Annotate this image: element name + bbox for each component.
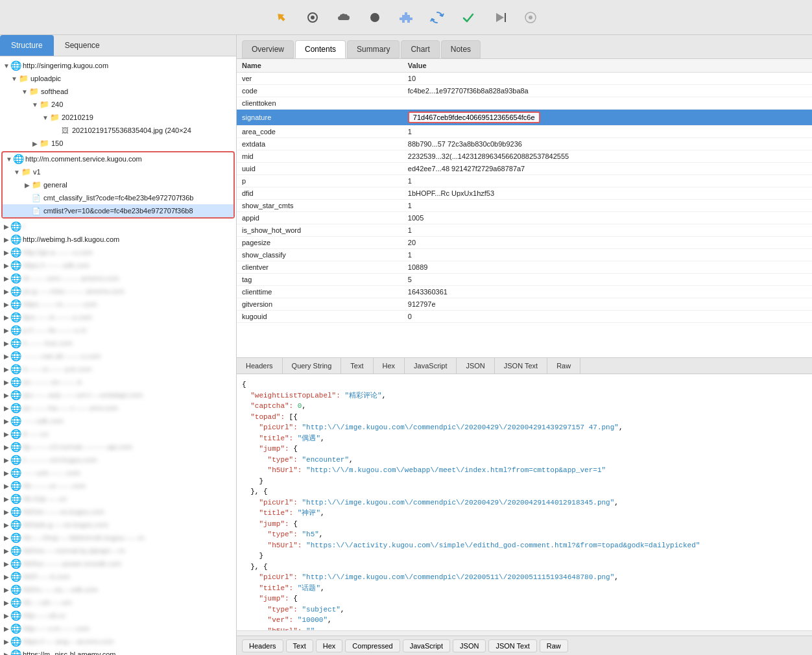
table-row[interactable]: appid1005	[237, 212, 812, 224]
tree-item-blurred-35[interactable]: ▶ 🌐 htt//sin-------ss.kugou.com	[0, 505, 236, 518]
tab-chart[interactable]: Chart	[401, 40, 439, 58]
tab-hex[interactable]: Hex	[374, 358, 405, 374]
tree-item-blurred-29[interactable]: ▶ 🌐 tt------co	[0, 427, 236, 440]
tab-text[interactable]: Text	[341, 358, 373, 374]
table-row[interactable]: codefc4be2...1e972707f36b8a828a93ba8a	[237, 85, 812, 97]
status-tab-headers[interactable]: Headers	[242, 639, 283, 652]
table-row[interactable]: tag5	[237, 274, 812, 286]
tree-item-blurred-21[interactable]: ▶ 🌐 p://-------liv--------s.m	[0, 324, 236, 337]
tree-item-blurred-27[interactable]: ▶ 🌐 ps:-------ha------r------.emv.com	[0, 401, 236, 414]
table-row[interactable]: pagesize20	[237, 237, 812, 249]
tree-item-blurred-42[interactable]: ▶ 🌐 htt----cdr-----om	[0, 596, 236, 609]
table-row[interactable]: is_show_hot_word1	[237, 224, 812, 237]
tree-item-v1[interactable]: ▼ 📁 v1	[3, 165, 233, 178]
tree-item-general[interactable]: ▶ 📁 general	[3, 178, 233, 191]
table-row[interactable]: clienttime1643360361	[237, 286, 812, 298]
tree-item-cmtlist[interactable]: 📄 cmtlist?ver=10&code=fc4be23b4e972707f3…	[3, 204, 233, 217]
table-row[interactable]: mid2232539...32(...142312896345662088253…	[237, 150, 812, 163]
status-tab-javascript[interactable]: JavaScript	[403, 639, 450, 652]
tree-item-blurred-18[interactable]: ▶ 🌐 ps:g------misc--------.amemv.com	[0, 285, 236, 298]
table-row[interactable]: extdata88b790...57 72c3a8b830c0b9b9236	[237, 138, 812, 150]
tree-item-blurred-41[interactable]: ▶ 🌐 htt//m------ss----sdk.com	[0, 583, 236, 596]
table-row[interactable]: uuided42ee7...48 921427f2729a68787a7	[237, 163, 812, 175]
table-row[interactable]: area_code1	[237, 126, 812, 138]
table-row[interactable]: show_star_cmts1	[237, 200, 812, 212]
table-row[interactable]: gitversion912797e	[237, 298, 812, 311]
settings-icon[interactable]	[523, 10, 538, 25]
tree-item-blurred-23[interactable]: ▶ 🌐 --------nan.ali--------s.com	[0, 350, 236, 363]
tree-item-blurred-22[interactable]: ▶ 🌐 h.-------hun.com	[0, 337, 236, 350]
tree-item-blurred-39[interactable]: ▶ 🌐 htt//luc--------power.snssdk.com	[0, 557, 236, 570]
tab-raw[interactable]: Raw	[547, 358, 580, 374]
tree-item-blurred-37[interactable]: ▶ 🌐 htt-----//exp-----blekmrcdn.kugou---…	[0, 531, 236, 544]
table-row[interactable]: p1	[237, 175, 812, 187]
table-row[interactable]: dfid1bHOPF...Rc UpxUx1hzf53	[237, 187, 812, 200]
table-row[interactable]: clienttoken	[237, 97, 812, 110]
tree-item-blurred-16[interactable]: ▶ 🌐 https://--------sdk.com	[0, 259, 236, 272]
tree-item-blurred-20[interactable]: ▶ 🌐 ttps:------k-------.o.com	[0, 311, 236, 324]
tree-item-150[interactable]: ▶ 📁 150	[0, 137, 236, 150]
tree-item-blurred-44[interactable]: ▶ 🌐 http------v.m------.com	[0, 622, 236, 635]
tree-item-r[interactable]: ▶ 🌐 r	[0, 220, 236, 233]
table-row[interactable]: clientver10889	[237, 261, 812, 274]
tree-item-20210219[interactable]: ▼ 📁 20210219	[0, 111, 236, 124]
status-tab-hex[interactable]: Hex	[316, 639, 343, 652]
tab-json-text[interactable]: JSON Text	[495, 358, 547, 374]
table-row[interactable]: signature71d467ceb9fdec40669512365654fc6…	[237, 110, 812, 126]
tree-item-blurred-31[interactable]: ▶ 🌐 t-----------ect.kugou.com	[0, 453, 236, 466]
tab-sequence[interactable]: Sequence	[54, 35, 111, 56]
target-icon[interactable]	[398, 10, 414, 25]
tree-item-webimg[interactable]: ▶ 🌐 http://webimg.h-sdl.kugou.com	[0, 233, 236, 246]
tree-item-blurred-33[interactable]: ▶ 🌐 htt--------ur------.com	[0, 479, 236, 492]
play-icon[interactable]	[492, 10, 507, 25]
tree-item-singerimg[interactable]: ▼ 🌐 http://singerimg.kugou.com	[0, 59, 236, 72]
tree-item-blurred-25[interactable]: ▶ 🌐 ps---------sn--------k	[0, 375, 236, 388]
tree-item-blurred-19[interactable]: ▶ 🌐 https:-------m.--------com	[0, 298, 236, 311]
table-row[interactable]: kugouid0	[237, 311, 812, 323]
tree-item-blurred-34[interactable]: ▶ 🌐 htt-//ziji-----.co	[0, 492, 236, 505]
tree-item-blurred-28[interactable]: ▶ 🌐 ------sdk.com	[0, 414, 236, 427]
tab-query-string[interactable]: Query String	[283, 358, 342, 374]
status-tab-json[interactable]: JSON	[453, 639, 486, 652]
tree-item-jpg[interactable]: 🖼 20210219175536835404.jpg (240×24	[0, 124, 236, 137]
table-row[interactable]: ver10	[237, 73, 812, 85]
tree-item-nisc-hl[interactable]: ▶ 🌐 https://m--nisc-hl.amemv.com	[0, 648, 236, 655]
tree-item-blurred-45[interactable]: ▶ 🌐 https://-----ang----at.emv.com	[0, 635, 236, 648]
status-tab-json-text[interactable]: JSON Text	[488, 639, 536, 652]
tree-item-uploadpic[interactable]: ▼ 📁 uploadpic	[0, 72, 236, 85]
tree-item-blurred-17[interactable]: ▶ 🌐 ht--------orm--------.amemv.com	[0, 272, 236, 285]
tree-item-blurred-40[interactable]: ▶ 🌐 htt//f------k.com	[0, 570, 236, 583]
tab-headers[interactable]: Headers	[237, 358, 283, 374]
json-area[interactable]: { "weightListTopLabel": "精彩评论", "captcha…	[237, 374, 812, 630]
circle-icon[interactable]	[305, 10, 320, 25]
tree-item-softhead[interactable]: ▼ 📁 softhead	[0, 85, 236, 98]
table-row[interactable]: show_classify1	[237, 249, 812, 261]
tree-item-mcomment[interactable]: ▼ 🌐 http://m.comment.service.kugou.com	[3, 152, 233, 165]
tree-item-blurred-36[interactable]: ▶ 🌐 htt//ads.g-----ce.kugou.com	[0, 518, 236, 531]
tab-contents[interactable]: Contents	[295, 40, 346, 58]
tree-item-240[interactable]: ▼ 📁 240	[0, 98, 236, 111]
status-tab-compressed[interactable]: Compressed	[345, 639, 400, 652]
tab-notes[interactable]: Notes	[441, 40, 481, 58]
tab-json[interactable]: JSON	[457, 358, 494, 374]
tree-item-cmt-classify[interactable]: 📄 cmt_classify_list?code=fc4be23b4e97270…	[3, 191, 233, 204]
tree-item-blurred-38[interactable]: ▶ 🌐 htt//ms-----normal-lq.zijieapi----m	[0, 544, 236, 557]
tree-item-blurred-30[interactable]: ▶ 🌐 ttp--------c3-normal-----------api.c…	[0, 440, 236, 453]
cloud-icon[interactable]	[336, 10, 352, 25]
tree-item-blurred-26[interactable]: ▶ 🌐 tps-------anji-------um-l----ombdapi…	[0, 388, 236, 401]
scrollbar-area[interactable]	[237, 630, 812, 636]
status-tab-raw[interactable]: Raw	[540, 639, 568, 652]
arrow-icon[interactable]	[274, 10, 289, 25]
dot-icon[interactable]	[367, 10, 383, 25]
tree-item-blurred-15[interactable]: ▶ 🌐 http://ge.a--------u.com	[0, 246, 236, 259]
tree-item-blurred-24[interactable]: ▶ 🌐 h-------ic-------yce.com	[0, 363, 236, 375]
tree-item-blurred-43[interactable]: ▶ 🌐 http------ob.cc	[0, 609, 236, 622]
tab-overview[interactable]: Overview	[242, 40, 294, 58]
check-icon[interactable]	[460, 10, 476, 25]
tree-item-blurred-32[interactable]: ▶ 🌐 ------uck-------.com	[0, 466, 236, 479]
tab-javascript[interactable]: JavaScript	[405, 358, 457, 374]
refresh-icon[interactable]	[429, 10, 445, 25]
tab-structure[interactable]: Structure	[0, 35, 54, 56]
tab-summary[interactable]: Summary	[347, 40, 400, 58]
tree-container[interactable]: ▼ 🌐 http://singerimg.kugou.com ▼ 📁 uploa…	[0, 56, 236, 655]
